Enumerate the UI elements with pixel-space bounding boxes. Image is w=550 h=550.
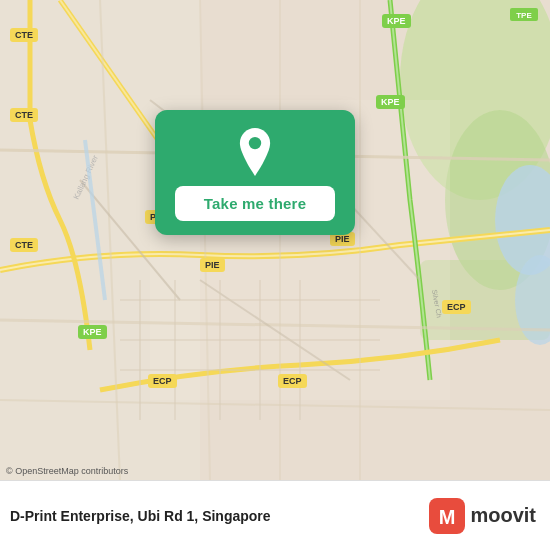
moovit-text: moovit <box>470 504 536 527</box>
moovit-icon: M <box>429 498 465 534</box>
map-label-ecp-b1: ECP <box>148 374 177 388</box>
map-label-cte-tl: CTE <box>10 28 38 42</box>
popup-card: Take me there <box>155 110 355 235</box>
map-label-kpe-b: KPE <box>78 325 107 339</box>
map-label-cte-bl: CTE <box>10 238 38 252</box>
location-name: D-Print Enterprise, Ubi Rd 1, Singapore <box>10 508 271 524</box>
svg-point-33 <box>249 137 261 149</box>
bottom-bar: D-Print Enterprise, Ubi Rd 1, Singapore … <box>0 480 550 550</box>
map-label-ecp-b2: ECP <box>278 374 307 388</box>
map-label-pie-ml: PIE <box>200 258 225 272</box>
map-label-kpe-mr: KPE <box>376 95 405 109</box>
map-label-cte-ml: CTE <box>10 108 38 122</box>
svg-text:TPE: TPE <box>516 11 532 20</box>
svg-text:M: M <box>439 506 456 528</box>
map-background: Kallang River Silver Ch TPE <box>0 0 550 480</box>
map-attribution: © OpenStreetMap contributors <box>6 466 128 476</box>
map-label-kpe-tr: KPE <box>382 14 411 28</box>
map-label-ecp-b3: ECP <box>442 300 471 314</box>
moovit-logo: M moovit <box>429 498 536 534</box>
location-pin-icon <box>231 128 279 176</box>
location-info: D-Print Enterprise, Ubi Rd 1, Singapore <box>10 508 271 524</box>
take-me-there-button[interactable]: Take me there <box>175 186 335 221</box>
map-container: Kallang River Silver Ch TPE CTE KPE CTE … <box>0 0 550 480</box>
